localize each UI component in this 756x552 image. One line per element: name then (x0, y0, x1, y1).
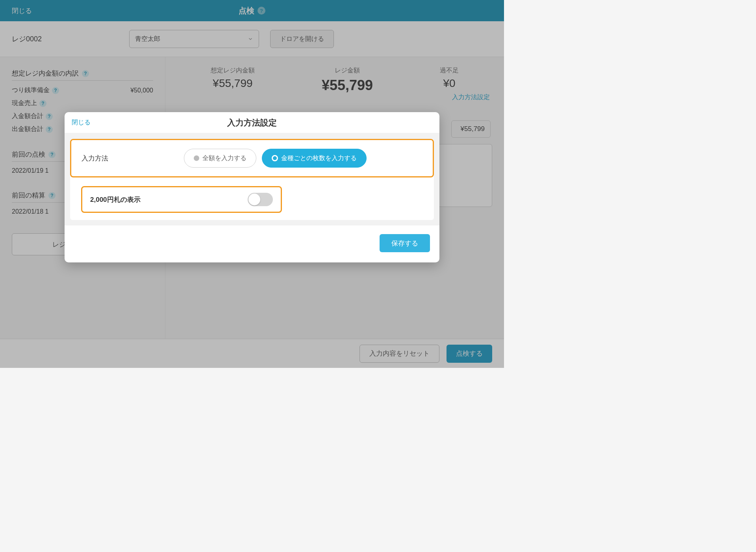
toggle-knob (248, 194, 260, 205)
input-method-section: 入力方法 全額を入力する 金種ごとの枚数を入力する (70, 139, 434, 177)
modal-overlay: 閉じる 入力方法設定 入力方法 全額を入力する 金種ごとの枚数を入力する (0, 0, 504, 368)
modal-footer: 保存する (65, 225, 439, 262)
option-full-amount-label: 全額を入力する (202, 154, 246, 162)
input-method-label: 入力方法 (82, 154, 172, 163)
option-by-denomination-label: 金種ごとの枚数を入力する (281, 154, 357, 162)
input-method-radio-group: 全額を入力する 金種ごとの枚数を入力する (184, 149, 367, 168)
modal-title: 入力方法設定 (227, 117, 277, 128)
option-full-amount[interactable]: 全額を入力する (184, 149, 256, 168)
modal-body: 入力方法 全額を入力する 金種ごとの枚数を入力する 2,000 (65, 133, 439, 225)
two-thousand-section: 2,000円札の表示 (81, 186, 282, 213)
two-thousand-toggle[interactable] (248, 193, 273, 206)
modal-card: 入力方法 全額を入力する 金種ごとの枚数を入力する 2,000 (70, 139, 434, 220)
radio-icon (194, 155, 199, 161)
modal-header: 閉じる 入力方法設定 (65, 112, 439, 133)
option-by-denomination[interactable]: 金種ごとの枚数を入力する (262, 149, 367, 168)
modal-close-button[interactable]: 閉じる (72, 118, 91, 127)
two-thousand-label: 2,000円札の表示 (90, 195, 141, 204)
radio-icon (272, 155, 278, 161)
input-method-settings-modal: 閉じる 入力方法設定 入力方法 全額を入力する 金種ごとの枚数を入力する (65, 112, 439, 262)
save-button[interactable]: 保存する (380, 234, 430, 252)
